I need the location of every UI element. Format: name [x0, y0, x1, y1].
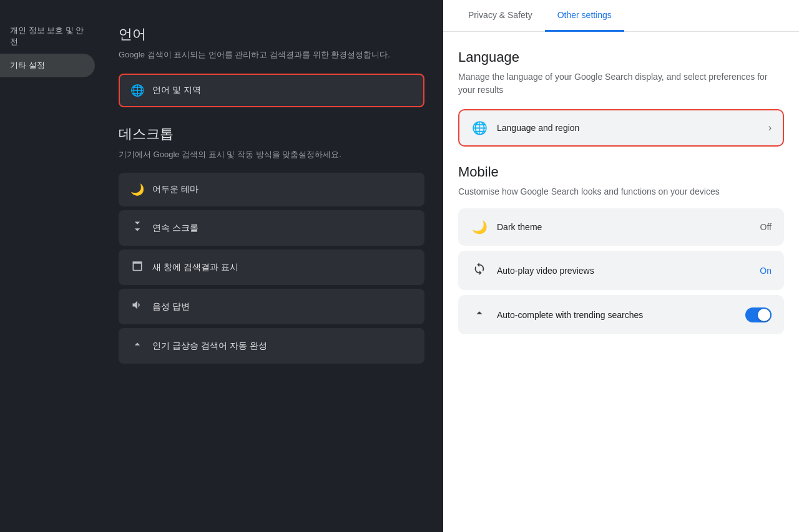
voice-response-item[interactable]: 음성 답변 [119, 289, 424, 324]
right-autocomplete-item[interactable]: Auto-complete with trending searches [458, 295, 784, 334]
right-globe-icon: 🌐 [471, 120, 488, 135]
left-panel: 개인 정보 보호 및 안전 기타 설정 언어 Google 검색이 표시되는 언… [0, 0, 443, 532]
right-dark-theme-label: Dark theme [497, 222, 752, 232]
right-dark-theme-status: Off [760, 222, 772, 232]
right-autoplay-status: On [760, 266, 772, 276]
right-dark-theme-item[interactable]: 🌙 Dark theme Off [458, 208, 784, 246]
right-language-desc: Manage the language of your Google Searc… [458, 70, 784, 97]
chevron-right-icon: › [768, 122, 772, 133]
sidebar: 개인 정보 보호 및 안전 기타 설정 [0, 12, 100, 520]
dark-theme-item[interactable]: 🌙 어두운 테마 [119, 173, 424, 206]
right-language-title: Language [458, 49, 784, 65]
desktop-title: 데스크톱 [119, 125, 424, 143]
language-desc: Google 검색이 표시되는 언어를 관리하고 검색결과를 위한 환경설정합니… [119, 49, 424, 61]
right-main-content: Language Manage the language of your Goo… [443, 32, 799, 532]
tab-other-settings[interactable]: Other settings [545, 0, 624, 32]
right-language-region-label: Language and region [497, 123, 760, 133]
trending-autocomplete-label: 인기 급상승 검색어 자동 완성 [152, 341, 267, 352]
new-tab-item[interactable]: 새 창에 검색결과 표시 [119, 249, 424, 285]
tabs-container: Privacy & Safety Other settings [443, 0, 799, 32]
globe-icon: 🌐 [130, 84, 145, 97]
language-region-item[interactable]: 🌐 언어 및 지역 [119, 74, 424, 107]
right-autocomplete-label: Auto-complete with trending searches [497, 310, 737, 320]
right-autoplay-icon [471, 262, 488, 279]
right-autoplay-label: Auto-play video previews [497, 266, 751, 276]
trending-autocomplete-item[interactable]: 인기 급상승 검색어 자동 완성 [119, 328, 424, 364]
right-autoplay-video-item[interactable]: Auto-play video previews On [458, 251, 784, 290]
language-region-label: 언어 및 지역 [152, 85, 201, 96]
right-moon-icon: 🌙 [471, 220, 488, 235]
right-mobile-title: Mobile [458, 164, 784, 180]
language-title: 언어 [119, 25, 424, 44]
new-tab-label: 새 창에 검색결과 표시 [152, 262, 238, 273]
sidebar-item-other[interactable]: 기타 설정 [0, 54, 95, 77]
autocomplete-icon [130, 338, 145, 354]
moon-icon: 🌙 [130, 183, 145, 196]
right-panel: Privacy & Safety Other settings Language… [443, 0, 799, 532]
left-main-content: 언어 Google 검색이 표시되는 언어를 관리하고 검색결과를 위한 환경설… [100, 12, 443, 520]
voice-response-label: 음성 답변 [152, 301, 190, 312]
desktop-desc: 기기에서 Google 검색의 표시 및 작동 방식을 맞춤설정하세요. [119, 148, 424, 161]
right-mobile-desc: Customise how Google Search looks and fu… [458, 185, 784, 198]
right-autocomplete-icon [471, 306, 488, 323]
continuous-scroll-item[interactable]: 연속 스크롤 [119, 210, 424, 246]
right-mobile-section: Mobile Customise how Google Search looks… [458, 164, 784, 334]
new-tab-icon [130, 259, 145, 275]
desktop-section: 데스크톱 기기에서 Google 검색의 표시 및 작동 방식을 맞춤설정하세요… [119, 125, 424, 364]
autocomplete-toggle[interactable] [745, 307, 772, 322]
right-language-section: Language Manage the language of your Goo… [458, 49, 784, 147]
right-language-region-item[interactable]: 🌐 Language and region › [458, 109, 784, 147]
continuous-scroll-label: 연속 스크롤 [152, 223, 199, 234]
dark-theme-label: 어두운 테마 [152, 184, 199, 195]
tab-privacy-safety[interactable]: Privacy & Safety [456, 0, 545, 32]
scroll-icon [130, 220, 145, 236]
language-section: 언어 Google 검색이 표시되는 언어를 관리하고 검색결과를 위한 환경설… [119, 25, 424, 107]
sidebar-item-privacy[interactable]: 개인 정보 보호 및 안전 [0, 19, 95, 54]
voice-icon [130, 299, 145, 314]
